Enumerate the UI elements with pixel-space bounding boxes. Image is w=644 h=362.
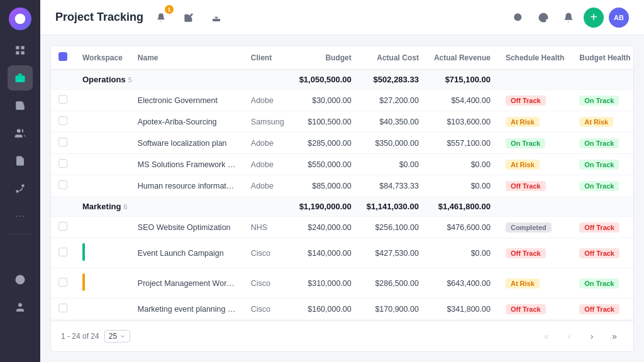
row-checkbox-cell[interactable] <box>51 299 75 320</box>
row-checkbox[interactable] <box>58 138 67 146</box>
sidebar-item-documents[interactable] <box>8 148 33 173</box>
table-container: Workspace Name Client Budget Actual Cost… <box>50 45 634 352</box>
row-checkbox-cell[interactable] <box>51 217 75 238</box>
budget-health-badge: Off Track <box>579 222 619 233</box>
first-page-button[interactable]: « <box>538 327 555 345</box>
mention-button[interactable] <box>533 8 553 28</box>
alerts-button[interactable] <box>558 8 579 28</box>
row-client: Cisco <box>243 299 292 320</box>
sidebar-item-tasks[interactable] <box>8 93 33 118</box>
row-checkbox-cell[interactable] <box>51 175 75 197</box>
row-schedule-health: At Risk <box>498 111 572 133</box>
select-all-checkbox[interactable] <box>58 52 67 61</box>
sidebar-item-analytics[interactable] <box>8 239 33 265</box>
row-budget-health: On Track <box>572 154 633 175</box>
sidebar-item-dashboard[interactable] <box>8 38 33 63</box>
row-budget-health: On Track <box>572 175 633 197</box>
add-button[interactable]: + <box>584 8 604 28</box>
row-schedule-health: Off Track <box>498 175 572 197</box>
budget-header[interactable]: Budget <box>292 46 359 70</box>
row-checkbox-cell[interactable] <box>51 90 75 111</box>
row-client: Adobe <box>243 154 292 175</box>
row-client: NHS <box>243 217 292 238</box>
select-all-header[interactable] <box>51 46 75 70</box>
row-checkbox[interactable] <box>58 159 67 168</box>
group-budget: $1,050,500.00 <box>292 70 359 90</box>
row-accent-cell <box>75 299 130 320</box>
budget-health-badge: On Track <box>579 278 619 288</box>
search-button[interactable] <box>508 8 528 28</box>
page-title: Project Tracking <box>55 11 143 24</box>
sidebar-item-more[interactable] <box>8 204 33 229</box>
table-row: Electronic Government Adobe $30,000.00 $… <box>51 90 633 111</box>
page-size-selector[interactable]: 25 <box>104 330 130 343</box>
next-page-button[interactable]: › <box>583 327 601 345</box>
row-actual-revenue: $341,800.00 <box>426 299 498 320</box>
schedule-health-badge: On Track <box>506 138 545 148</box>
row-schedule-health: On Track <box>498 133 572 154</box>
budget-health-header[interactable]: Budget Health <box>572 46 633 70</box>
actual-revenue-header[interactable]: Actual Revenue <box>426 46 498 70</box>
row-actual-revenue: $54,400.00 <box>426 90 498 111</box>
client-header[interactable]: Client <box>243 46 292 70</box>
notifications-button[interactable]: 1 <box>151 8 171 28</box>
svg-rect-1 <box>16 46 19 49</box>
row-checkbox[interactable] <box>58 180 67 189</box>
row-checkbox[interactable] <box>58 95 67 104</box>
row-actual-revenue: $0.00 <box>426 175 498 197</box>
table-header-row: Workspace Name Client Budget Actual Cost… <box>51 46 633 70</box>
edit-button[interactable] <box>179 8 199 28</box>
row-checkbox[interactable] <box>58 248 67 256</box>
project-table: Workspace Name Client Budget Actual Cost… <box>51 46 633 321</box>
row-checkbox-cell[interactable] <box>51 268 75 299</box>
row-actual-revenue: $103,600.00 <box>426 111 498 133</box>
row-budget-health: Off Track <box>572 238 633 268</box>
svg-point-8 <box>21 184 25 187</box>
group-budget: $1,190,000.00 <box>292 197 359 217</box>
sidebar-item-contacts[interactable] <box>8 121 33 146</box>
sidebar-item-time[interactable] <box>8 267 33 292</box>
svg-rect-3 <box>16 52 19 55</box>
row-client: Cisco <box>243 268 292 299</box>
pagination: 1 - 24 of 24 25 « ‹ › » <box>51 321 633 351</box>
actual-cost-header[interactable]: Actual Cost <box>359 46 426 70</box>
table-row: MS Solutions Framework app devel... Adob… <box>51 154 633 175</box>
sidebar-item-integrations[interactable] <box>8 176 33 201</box>
sidebar <box>0 0 40 362</box>
row-actual-cost: $40,350.00 <box>359 111 426 133</box>
page-size-value: 25 <box>109 332 117 341</box>
group-name: Operations5 <box>75 70 243 90</box>
row-name: Software localization plan <box>130 133 243 154</box>
header-right: + AB <box>508 8 629 28</box>
row-checkbox-cell[interactable] <box>51 238 75 268</box>
row-schedule-health: Off Track <box>498 238 572 268</box>
workspace-header[interactable]: Workspace <box>75 46 130 70</box>
sidebar-item-people[interactable] <box>8 295 33 320</box>
schedule-health-badge: Off Track <box>506 248 546 258</box>
avatar[interactable]: AB <box>609 8 629 28</box>
name-header[interactable]: Name <box>130 46 243 70</box>
row-checkbox[interactable] <box>58 116 67 125</box>
schedule-health-badge: Off Track <box>506 304 546 314</box>
row-actual-revenue: $476,600.00 <box>426 217 498 238</box>
svg-line-20 <box>520 19 522 21</box>
row-checkbox-cell[interactable] <box>51 111 75 133</box>
last-page-button[interactable]: » <box>606 327 623 345</box>
row-checkbox[interactable] <box>58 222 67 231</box>
row-checkbox[interactable] <box>58 304 67 312</box>
row-checkbox-cell[interactable] <box>51 133 75 154</box>
table-wrapper: Workspace Name Client Budget Actual Cost… <box>51 46 633 321</box>
row-budget: $140,000.00 <box>292 238 359 268</box>
row-checkbox-cell[interactable] <box>51 154 75 175</box>
svg-point-19 <box>514 13 521 21</box>
budget-health-badge: On Track <box>579 138 619 148</box>
svg-point-10 <box>16 216 18 217</box>
prev-page-button[interactable]: ‹ <box>560 327 578 345</box>
schedule-health-badge: Completed <box>506 222 552 233</box>
download-button[interactable] <box>206 8 226 28</box>
row-checkbox[interactable] <box>58 278 67 287</box>
schedule-health-header[interactable]: Schedule Health <box>498 46 572 70</box>
app-logo[interactable] <box>9 8 31 30</box>
row-budget-health: On Track <box>572 268 633 299</box>
sidebar-item-projects[interactable] <box>8 65 33 90</box>
